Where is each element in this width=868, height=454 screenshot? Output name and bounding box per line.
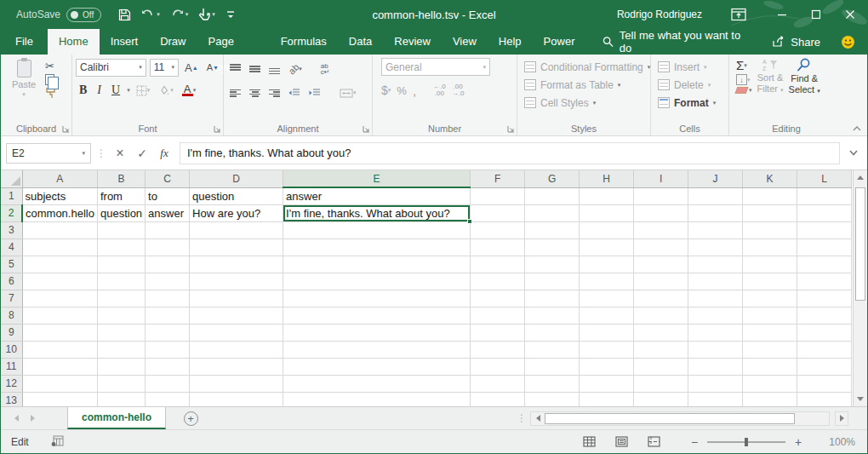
cell-K12[interactable] [743,375,797,392]
row-header-8[interactable]: 8 [1,307,22,324]
autosum-dropdown-icon[interactable]: ▾ [744,62,747,69]
paste-dropdown-icon[interactable]: ▾ [22,91,26,98]
new-sheet-button[interactable]: + [178,407,203,429]
zoom-out-button[interactable]: − [685,435,704,449]
cell-F7[interactable] [471,290,525,307]
formula-bar-gripper[interactable]: ⋮ [96,147,105,159]
save-button[interactable] [115,3,134,26]
cell-K3[interactable] [743,221,797,238]
cell-G13[interactable] [525,392,580,406]
insert-function-button[interactable]: fx [154,143,174,164]
horizontal-scrollbar[interactable] [530,411,830,426]
tab-page-layout[interactable]: Page Layout [197,29,270,55]
cell-F5[interactable] [471,256,525,273]
copy-button[interactable]: ▾ [45,74,60,85]
cell-L2[interactable] [797,204,852,221]
cell-H11[interactable] [580,358,634,375]
column-header-b[interactable]: B [97,170,145,187]
cell-B4[interactable] [97,238,145,256]
cell-A7[interactable] [22,290,97,307]
autosave-toggle[interactable]: AutoSave Off [16,8,101,22]
cell-I5[interactable] [634,256,688,273]
increase-font-size-button[interactable]: A▲ [182,58,201,77]
clipboard-dialog-launcher[interactable] [62,125,70,133]
cell-I12[interactable] [634,375,688,392]
format-dropdown-icon[interactable]: ▾ [713,100,717,106]
cell-B6[interactable] [97,273,145,290]
cell-D1[interactable]: question [190,187,283,204]
formula-input[interactable]: I'm fine, thanks. What about you? [180,142,840,164]
undo-dropdown-icon[interactable]: ▾ [157,11,160,18]
borders-button[interactable]: ▾ [134,81,153,100]
cell-I9[interactable] [634,324,688,341]
cell-H12[interactable] [580,375,634,392]
column-header-d[interactable]: D [190,170,283,187]
cell-D13[interactable] [190,392,283,406]
tell-me-box[interactable]: Tell me what you want to do [602,29,747,55]
cell-A9[interactable] [22,324,97,341]
user-name[interactable]: Rodrigo Rodriguez [617,9,702,20]
cell-A5[interactable] [22,256,97,273]
cell-H1[interactable] [580,187,634,204]
cell-I1[interactable] [634,187,688,204]
row-header-6[interactable]: 6 [1,273,22,290]
tab-insert[interactable]: Insert [100,29,150,55]
clear-dropdown-icon[interactable]: ▾ [749,87,752,94]
cell-I2[interactable] [634,204,688,221]
cell-I13[interactable] [634,392,688,406]
cell-G7[interactable] [525,290,580,307]
scroll-up-button[interactable] [854,170,867,185]
row-header-9[interactable]: 9 [1,324,22,341]
cell-J2[interactable] [688,204,743,221]
tab-data[interactable]: Data [338,29,383,55]
cell-H10[interactable] [580,341,634,358]
cell-L10[interactable] [797,341,852,358]
cell-H5[interactable] [580,256,634,273]
accounting-format-button[interactable]: $▾ [381,81,391,100]
cell-E6[interactable] [283,273,471,290]
next-sheet-button[interactable] [31,415,35,422]
row-header-7[interactable]: 7 [1,290,22,307]
percent-style-button[interactable]: % [397,81,407,100]
find-select-button[interactable]: Find &Select ▾ [789,58,820,96]
cell-C6[interactable] [146,273,190,290]
row-header-12[interactable]: 12 [1,375,22,392]
cell-K5[interactable] [743,256,797,273]
tab-formulas[interactable]: Formulas [270,29,338,55]
align-left-button[interactable] [227,83,243,102]
cell-B3[interactable] [97,221,145,238]
insert-cells-button[interactable]: Insert▾ [658,58,727,76]
cell-B5[interactable] [97,256,145,273]
redo-dropdown-icon[interactable]: ▾ [186,11,189,18]
cell-A1[interactable]: subjects [22,187,97,204]
cell-H7[interactable] [580,290,634,307]
cell-A11[interactable] [22,358,97,375]
cell-K6[interactable] [743,273,797,290]
redo-button[interactable]: ▾ [167,3,192,26]
cell-A12[interactable] [22,375,97,392]
previous-sheet-button[interactable] [14,415,19,422]
increase-indent-button[interactable] [306,83,323,102]
cell-J10[interactable] [688,341,743,358]
cell-I11[interactable] [634,358,688,375]
row-header-10[interactable]: 10 [1,341,22,358]
cell-E8[interactable] [283,307,471,324]
paste-button[interactable]: Paste ▾ [4,58,43,99]
cell-C2[interactable]: answer [146,204,190,221]
cell-J3[interactable] [688,221,743,238]
horizontal-scroll-thumb[interactable] [545,413,795,424]
name-box-dropdown-icon[interactable]: ▾ [82,150,85,157]
column-header-e[interactable]: E [283,170,471,187]
cell-H13[interactable] [580,392,634,406]
share-button[interactable]: Share [772,36,820,49]
wrap-text-button[interactable]: abc↵ [318,60,333,78]
cell-H9[interactable] [580,324,634,341]
cell-F10[interactable] [471,341,525,358]
cell-I10[interactable] [634,341,688,358]
cell-G4[interactable] [525,238,580,256]
column-header-h[interactable]: H [580,170,634,187]
fill-color-button[interactable]: ▾ [156,81,176,100]
cell-E12[interactable] [283,375,471,392]
cell-A8[interactable] [22,307,97,324]
cell-E10[interactable] [283,341,471,358]
